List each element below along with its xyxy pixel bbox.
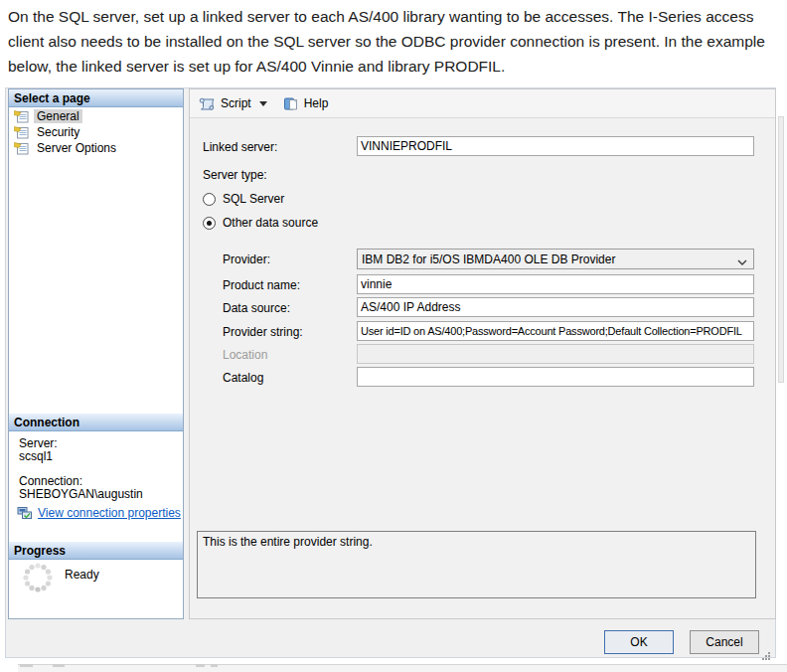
help-button[interactable]: Help (283, 96, 329, 111)
select-a-page-list: General Security Server Options (9, 108, 183, 156)
linked-server-dialog: Select a page General Security (5, 87, 776, 658)
radio-sql-server-label: SQL Server (223, 192, 284, 206)
connection-properties-icon (17, 506, 33, 520)
bottom-edge-notch (211, 664, 218, 667)
view-connection-properties-link[interactable]: View connection properties (38, 506, 181, 520)
page-icon (14, 109, 30, 123)
linked-server-input[interactable] (357, 136, 754, 156)
sidebar-panel: Select a page General Security (8, 88, 184, 619)
provider-dropdown[interactable]: IBM DB2 for i5/OS IBMDA400 OLE DB Provid… (357, 249, 754, 269)
radio-other-data-source-label: Other data source (223, 216, 318, 230)
resize-grip[interactable] (761, 647, 771, 665)
catalog-input[interactable] (357, 367, 754, 387)
linked-server-label: Linked server: (203, 140, 277, 154)
progress-spinner-icon (20, 560, 56, 599)
radio-other-data-source[interactable]: Other data source (203, 216, 318, 230)
provider-dropdown-value: IBM DB2 for i5/OS IBMDA400 OLE DB Provid… (362, 252, 615, 266)
sidebar-item-server-options[interactable]: Server Options (9, 140, 183, 156)
toolbar: Script Help (190, 89, 775, 118)
radio-sql-server-circle[interactable] (203, 193, 216, 206)
view-connection-properties[interactable]: View connection properties (17, 506, 181, 520)
help-button-label: Help (304, 96, 329, 110)
select-a-page-header: Select a page (9, 89, 183, 107)
location-input (357, 344, 754, 364)
server-label: Server: (19, 436, 58, 450)
ok-button[interactable]: OK (604, 630, 674, 654)
intro-paragraph: On the SQL server, set up a linked serve… (8, 4, 785, 79)
description-text: This is the entire provider string. (203, 535, 373, 549)
product-name-label: Product name: (223, 278, 300, 292)
page-icon (14, 141, 30, 155)
cancel-button[interactable]: Cancel (690, 630, 759, 654)
bottom-edge-notch (53, 664, 65, 667)
script-icon (198, 96, 216, 111)
window-edge-strip (778, 116, 784, 383)
connection-header: Connection (9, 414, 183, 431)
script-button[interactable]: Script (198, 96, 267, 111)
sidebar-item-general[interactable]: General (9, 108, 183, 124)
radio-other-data-source-circle[interactable] (203, 217, 216, 230)
data-source-input[interactable] (357, 297, 754, 317)
script-button-label: Script (221, 96, 251, 110)
radio-sql-server[interactable]: SQL Server (203, 192, 284, 206)
sidebar-item-security[interactable]: Security (9, 124, 183, 140)
location-label: Location (223, 348, 267, 362)
connection-label: Connection: (19, 474, 82, 488)
provider-string-label: Provider string: (223, 325, 303, 339)
chevron-down-icon (737, 255, 747, 262)
script-dropdown-arrow[interactable] (259, 101, 267, 106)
server-type-label: Server type: (203, 168, 267, 182)
provider-label: Provider: (223, 252, 270, 266)
catalog-label: Catalog (223, 371, 263, 385)
provider-string-input[interactable] (357, 321, 754, 341)
progress-status: Ready (65, 568, 99, 582)
help-icon (283, 96, 299, 111)
data-source-label: Data source: (223, 301, 290, 315)
connection-value: SHEBOYGAN\augustin (19, 487, 143, 501)
bottom-edge-notch (196, 664, 205, 667)
bottom-edge-notch (20, 664, 33, 667)
bottom-window-edge (18, 664, 787, 672)
description-box: This is the entire provider string. (197, 531, 756, 598)
page-icon (14, 125, 30, 139)
server-value: scsql1 (19, 449, 53, 463)
progress-header: Progress (9, 542, 183, 560)
main-panel: Script Help Linked server: (189, 88, 776, 619)
product-name-input[interactable] (357, 274, 754, 294)
document-page: On the SQL server, set up a linked serve… (0, 0, 787, 672)
